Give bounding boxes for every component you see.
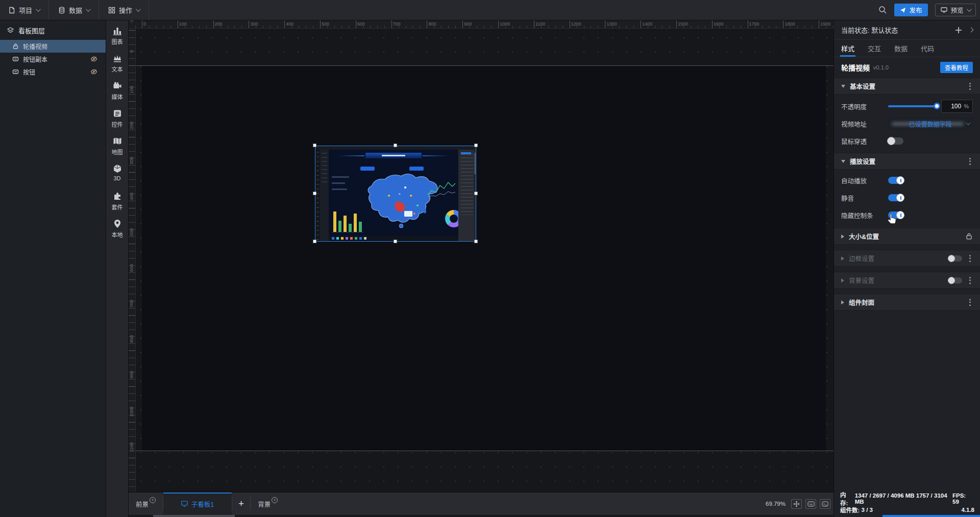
add-foreground-icon[interactable]: +: [150, 497, 156, 503]
mute-toggle[interactable]: [888, 194, 903, 201]
ruler-label: 800: [129, 335, 134, 343]
add-background-icon[interactable]: +: [272, 497, 278, 503]
asset-maps[interactable]: 地图: [106, 136, 129, 163]
ruler-label: 1600: [714, 21, 724, 27]
design-board[interactable]: [142, 65, 826, 451]
mouse-through-toggle[interactable]: [888, 137, 903, 145]
ruler-label: 1100: [535, 21, 545, 27]
section-size-position[interactable]: 大小&位置: [834, 228, 980, 245]
eye-off-icon[interactable]: [90, 56, 97, 62]
background-button[interactable]: 背景 +: [251, 499, 285, 509]
foreground-button[interactable]: 前景 +: [129, 499, 163, 509]
chevron-right-icon[interactable]: [969, 28, 974, 33]
asset-3d[interactable]: 3D: [106, 163, 129, 191]
kebab-menu-icon[interactable]: [967, 253, 973, 264]
add-state-icon[interactable]: [955, 27, 962, 34]
eye-off-icon[interactable]: [90, 68, 97, 75]
button-component-icon: [12, 68, 19, 75]
resize-handle-w[interactable]: [313, 192, 316, 195]
layer-item-carousel-video[interactable]: 轮播视频: [0, 40, 106, 53]
hide-controls-label: 隐藏控制条: [841, 210, 888, 220]
section-title: 组件封面: [849, 297, 874, 307]
kebab-menu-icon[interactable]: [967, 297, 973, 308]
search-icon[interactable]: [878, 6, 887, 14]
resize-handle-e[interactable]: [474, 192, 478, 195]
preview-button[interactable]: 预览: [935, 4, 976, 16]
layer-item-button[interactable]: 按钮: [0, 65, 106, 78]
resize-handle-sw[interactable]: [313, 240, 316, 243]
tab-style[interactable]: 样式: [841, 40, 854, 57]
opacity-slider[interactable]: [888, 105, 937, 107]
ruler-label: 500: [322, 21, 329, 27]
background-toggle[interactable]: [949, 277, 962, 284]
ruler-label: 0: [129, 50, 134, 53]
resize-handle-ne[interactable]: [474, 144, 478, 147]
asset-kits[interactable]: 套件: [106, 191, 129, 219]
ruler-label: 700: [393, 21, 401, 27]
section-border-settings[interactable]: 边框设置: [834, 250, 980, 267]
layer-item-button-copy[interactable]: 按钮副本: [0, 53, 106, 65]
video-url-input[interactable]: 已设置数据字段: [888, 117, 973, 130]
sub-board-tab[interactable]: 子看板1: [163, 492, 232, 515]
kebab-menu-icon[interactable]: [967, 81, 973, 92]
asset-widgets[interactable]: 控件: [106, 108, 129, 136]
ruler-label: 900: [129, 371, 134, 379]
menu-actions[interactable]: 操作: [99, 0, 149, 20]
menu-project[interactable]: 项目: [0, 0, 49, 20]
opacity-value-box[interactable]: 100 %: [941, 100, 973, 113]
keyboard-shortcuts-button[interactable]: [805, 499, 816, 509]
kebab-menu-icon[interactable]: [967, 275, 973, 286]
section-component-cover[interactable]: 组件封面: [834, 294, 980, 311]
resize-handle-n[interactable]: [394, 144, 397, 147]
add-board-button[interactable]: +: [232, 498, 250, 509]
opacity-row: 不透明度 100 %: [834, 98, 980, 115]
menu-project-label: 项目: [19, 5, 32, 15]
foreground-label: 前景: [136, 499, 149, 509]
slider-knob[interactable]: [934, 103, 940, 109]
section-title: 边框设置: [849, 253, 874, 263]
lock-icon[interactable]: [965, 232, 973, 240]
grid-icon: [108, 7, 115, 14]
section-basic-settings[interactable]: 基本设置: [834, 78, 980, 95]
border-toggle[interactable]: [949, 255, 962, 262]
autoplay-label: 自动播放: [841, 176, 888, 185]
publish-button[interactable]: 发布: [894, 4, 928, 16]
console-button[interactable]: [820, 499, 830, 509]
asset-charts[interactable]: 图表: [106, 26, 129, 53]
resize-handle-se[interactable]: [474, 240, 478, 243]
monitor-icon: [941, 7, 947, 13]
state-value: 默认状态: [871, 25, 898, 35]
resize-handle-nw[interactable]: [313, 144, 316, 147]
autoplay-toggle[interactable]: [888, 177, 903, 184]
asset-local[interactable]: 本地: [106, 219, 129, 246]
memory-value: 1347 / 2697 / 4096 MB 1757 / 3104 MB: [855, 492, 952, 505]
tab-data[interactable]: 数据: [894, 40, 908, 57]
kebab-menu-icon[interactable]: [967, 156, 973, 167]
publish-label: 发布: [909, 5, 922, 15]
resize-handle-s[interactable]: [394, 240, 397, 243]
hide-controls-row: 隐藏控制条: [834, 206, 980, 224]
menu-actions-label: 操作: [119, 5, 132, 15]
component-name: 轮播视频: [841, 62, 870, 73]
board-top-edge: [136, 65, 834, 66]
asset-media[interactable]: 媒体: [106, 81, 129, 108]
asset-label: 媒体: [112, 92, 123, 101]
ruler-label: 1000: [500, 21, 510, 27]
components-status-row: 组件数: 3 / 3 4.1.8: [834, 504, 980, 515]
hand-cursor-icon: [887, 213, 897, 225]
tab-code[interactable]: 代码: [921, 40, 934, 57]
menu-data[interactable]: 数据: [49, 0, 99, 20]
scrollbar-thumb[interactable]: [153, 515, 235, 517]
section-play-settings[interactable]: 播放设置: [834, 153, 980, 170]
top-menu-bar: 项目 数据 操作 发布 预览: [0, 0, 980, 20]
bottom-accent-strip: [883, 515, 980, 517]
tab-interaction[interactable]: 交互: [868, 40, 881, 57]
design-canvas[interactable]: 0100200300400500600700800900100011001200…: [129, 20, 834, 492]
horizontal-scrollbar[interactable]: [129, 515, 834, 517]
asset-text[interactable]: 文本: [106, 53, 129, 81]
fit-view-button[interactable]: [791, 499, 802, 509]
tutorial-button[interactable]: 查看教程: [940, 62, 973, 73]
state-label: 当前状态:: [841, 25, 870, 35]
menu-data-label: 数据: [69, 5, 82, 15]
section-background-settings[interactable]: 背景设置: [834, 272, 980, 289]
